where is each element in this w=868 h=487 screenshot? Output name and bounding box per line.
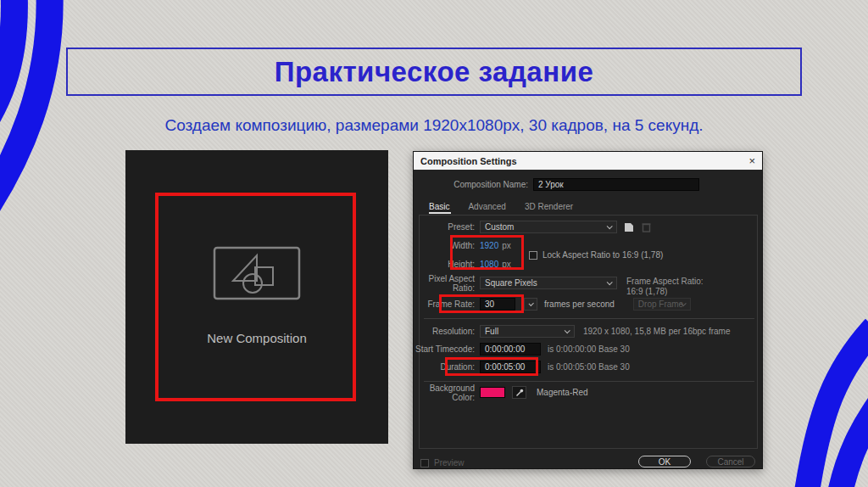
frame-rate-label: Frame Rate:	[414, 299, 480, 309]
background-color-name: Magenta-Red	[537, 388, 588, 397]
start-timecode-input[interactable]: 0:00:00:00	[480, 343, 541, 355]
resolution-dropdown[interactable]: Full	[480, 325, 575, 338]
height-label: Height:	[414, 260, 480, 269]
preview-label: Preview	[434, 458, 465, 467]
frame-aspect-value-row: 16:9 (1,78)	[626, 285, 755, 298]
dialog-tabs: Basic Advanced 3D Renderer	[429, 200, 755, 213]
frame-rate-dropdown-button[interactable]	[524, 298, 537, 311]
preset-value: Custom	[485, 222, 514, 232]
frame-rate-row: Frame Rate: 30 frames per second Drop Fr…	[414, 298, 755, 311]
width-value[interactable]: 1920	[480, 241, 498, 250]
composition-name-row: Composition Name: 2 Урок	[414, 178, 755, 191]
composition-settings-dialog: Composition Settings × Composition Name:…	[413, 151, 763, 469]
subtitle-text: Создаем композицию, размерами 1920x1080p…	[0, 116, 868, 135]
resolution-info: 1920 x 1080, 15,8 MB per 16bpc frame	[583, 327, 730, 336]
preset-row: Preset: Custom	[414, 221, 755, 233]
background-color-swatch[interactable]	[480, 387, 505, 398]
frames-per-second-label: frames per second	[544, 299, 615, 309]
divider	[424, 318, 754, 319]
frame-rate-input[interactable]: 30	[480, 298, 515, 311]
chevron-down-icon	[607, 279, 613, 285]
tab-basic[interactable]: Basic	[429, 202, 449, 211]
preset-label: Preset:	[414, 222, 480, 232]
preview-checkbox[interactable]	[420, 459, 429, 467]
save-preset-icon[interactable]	[622, 221, 635, 233]
delete-preset-icon[interactable]	[640, 221, 653, 233]
preset-dropdown[interactable]: Custom	[480, 221, 617, 233]
eyedropper-button[interactable]	[512, 386, 526, 399]
ok-button[interactable]: OK	[638, 456, 691, 467]
cancel-button[interactable]: Cancel	[706, 456, 755, 467]
start-timecode-label: Start Timecode:	[414, 344, 480, 354]
preview-row: Preview	[420, 456, 755, 469]
tab-3d-renderer[interactable]: 3D Renderer	[525, 202, 573, 211]
title-box: Практическое задание	[66, 48, 802, 96]
pixel-aspect-label: Pixel Aspect Ratio:	[414, 274, 480, 293]
tab-advanced[interactable]: Advanced	[468, 202, 505, 211]
width-label: Width:	[414, 241, 480, 250]
height-value[interactable]: 1080	[480, 260, 498, 269]
dialog-body: Composition Name: 2 Урок Basic Advanced …	[414, 170, 762, 468]
duration-input[interactable]: 0:00:05:00	[480, 361, 541, 373]
page-title: Практическое задание	[275, 56, 594, 88]
height-unit: px	[502, 260, 511, 269]
dialog-titlebar[interactable]: Composition Settings ×	[414, 152, 762, 170]
chevron-down-icon	[565, 327, 570, 333]
divider	[424, 381, 754, 382]
pixel-aspect-value: Square Pixels	[485, 278, 537, 288]
dialog-title: Composition Settings	[420, 156, 517, 166]
background-color-row: Background Color: Magenta-Red	[414, 386, 755, 399]
composition-panel: New Composition	[125, 150, 388, 444]
chevron-down-icon	[607, 223, 613, 229]
active-tab-underline	[429, 212, 451, 214]
resolution-value: Full	[485, 327, 498, 336]
start-timecode-info: is 0:00:00:00 Base 30	[548, 344, 630, 354]
drop-frame-value: Drop Frame	[638, 299, 683, 309]
height-row: Height: 1080 px	[414, 258, 755, 271]
resolution-label: Resolution:	[414, 327, 480, 336]
new-composition-icon[interactable]	[213, 246, 301, 300]
pixel-aspect-dropdown[interactable]: Square Pixels	[480, 277, 617, 289]
duration-info: is 0:00:05:00 Base 30	[548, 362, 630, 372]
background-color-label: Background Color:	[414, 383, 480, 402]
start-timecode-row: Start Timecode: 0:00:00:00 is 0:00:00:00…	[414, 343, 755, 355]
new-composition-button[interactable]: New Composition	[125, 331, 388, 345]
drop-frame-dropdown[interactable]: Drop Frame	[633, 298, 691, 311]
duration-row: Duration: 0:00:05:00 is 0:00:05:00 Base …	[414, 361, 755, 373]
frame-aspect-value: 16:9 (1,78)	[626, 287, 667, 296]
chevron-down-icon	[529, 301, 534, 306]
close-icon[interactable]: ×	[748, 154, 755, 167]
slide-canvas: { "slide": { "title": "Практическое зада…	[0, 0, 868, 487]
eyedropper-icon	[515, 389, 524, 397]
composition-name-input[interactable]: 2 Урок	[533, 178, 699, 191]
composition-name-label: Composition Name:	[414, 180, 533, 189]
width-unit: px	[502, 241, 511, 250]
resolution-row: Resolution: Full 1920 x 1080, 15,8 MB pe…	[414, 325, 755, 338]
duration-label: Duration:	[414, 362, 480, 372]
